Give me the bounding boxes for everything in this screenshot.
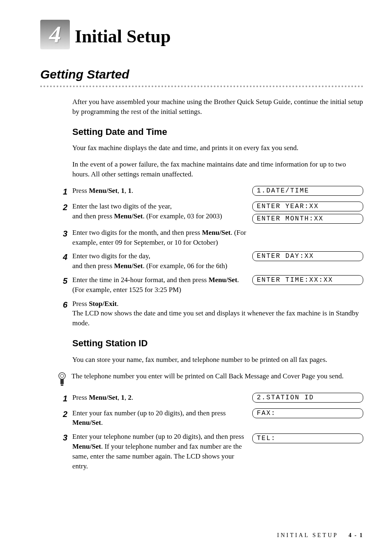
lcd-display: ENTER MONTH:XX: [252, 214, 363, 224]
datetime-p1: Your fax machine displays the date and t…: [72, 143, 363, 153]
step-text: Enter the last two digits of the year, a…: [72, 202, 247, 221]
note-text: The telephone number you enter will be p…: [71, 371, 363, 381]
lightbulb-icon: [58, 372, 67, 389]
page-footer: INITIAL SETUP 4 - 1: [277, 531, 363, 540]
step-number: 3: [58, 228, 67, 239]
intro-paragraph: After you have assembled your machine us…: [72, 97, 363, 117]
step-number: 5: [58, 275, 67, 287]
station-step-2: 2 Enter your fax number (up to 20 digits…: [58, 408, 363, 428]
step-text: Enter two digits for the day, and then p…: [72, 251, 247, 271]
step-number: 3: [58, 432, 67, 443]
footer-section: INITIAL SETUP: [277, 532, 338, 538]
step-text: Enter two digits for the month, and then…: [72, 228, 247, 248]
section-divider: [40, 86, 363, 87]
datetime-p2: In the event of a power failure, the fax…: [72, 160, 363, 179]
datetime-step-3: 3 Enter two digits for the month, and th…: [58, 228, 363, 248]
footer-page: 4 - 1: [348, 532, 363, 538]
section-title: Getting Started: [40, 67, 129, 81]
datetime-step-5: 5 Enter the time in 24-hour format, and …: [58, 275, 363, 295]
station-step-3: 3 Enter your telephone number (up to 20 …: [58, 432, 363, 471]
step-text: Press Stop/Exit. The LCD now shows the d…: [72, 299, 363, 328]
datetime-step-4: 4 Enter two digits for the day, and then…: [58, 251, 363, 271]
step-text: Press Menu/Set, 1, 2.: [72, 393, 247, 403]
step-number: 2: [58, 202, 67, 213]
datetime-heading: Setting Date and Time: [72, 126, 363, 139]
step-number: 1: [58, 393, 67, 404]
svg-point-1: [60, 374, 64, 378]
step-number: 1: [58, 186, 67, 197]
step-number: 4: [58, 251, 67, 263]
datetime-step-2: 2 Enter the last two digits of the year,…: [58, 202, 363, 224]
lcd-display: FAX:: [252, 408, 363, 418]
step-text: Enter your fax number (up to 20 digits),…: [72, 408, 247, 428]
chapter-number: 4: [49, 18, 61, 51]
station-heading: Setting Station ID: [72, 337, 363, 350]
step-text: Press Menu/Set, 1, 1.: [72, 186, 247, 196]
step-text: Enter your telephone number (up to 20 di…: [72, 432, 247, 471]
step-number: 6: [58, 299, 67, 310]
note-row: The telephone number you enter will be p…: [58, 371, 363, 389]
svg-point-0: [59, 373, 65, 379]
station-p1: You can store your name, fax number, and…: [72, 355, 363, 365]
lcd-display: ENTER DAY:XX: [252, 251, 363, 261]
step-number: 2: [58, 408, 67, 420]
datetime-step-6: 6 Press Stop/Exit. The LCD now shows the…: [58, 299, 363, 328]
svg-rect-2: [60, 379, 64, 384]
lcd-display: 1.DATE/TIME: [252, 186, 363, 196]
svg-rect-3: [61, 385, 63, 386]
section-title-wrap: Getting Started: [40, 66, 363, 83]
lcd-display: ENTER YEAR:XX: [252, 202, 363, 211]
station-step-1: 1 Press Menu/Set, 1, 2. 2.STATION ID: [58, 393, 363, 404]
chapter-header: 4 Initial Setup: [40, 20, 363, 49]
lcd-display: TEL:: [252, 433, 363, 443]
lcd-display: 2.STATION ID: [252, 393, 363, 403]
datetime-step-1: 1 Press Menu/Set, 1, 1. 1.DATE/TIME: [58, 186, 363, 197]
chapter-number-box: 4: [40, 20, 70, 49]
lcd-display: ENTER TIME:XX:XX: [252, 275, 363, 285]
chapter-title: Initial Setup: [75, 24, 171, 49]
step-text: Enter the time in 24-hour format, and th…: [72, 275, 247, 295]
